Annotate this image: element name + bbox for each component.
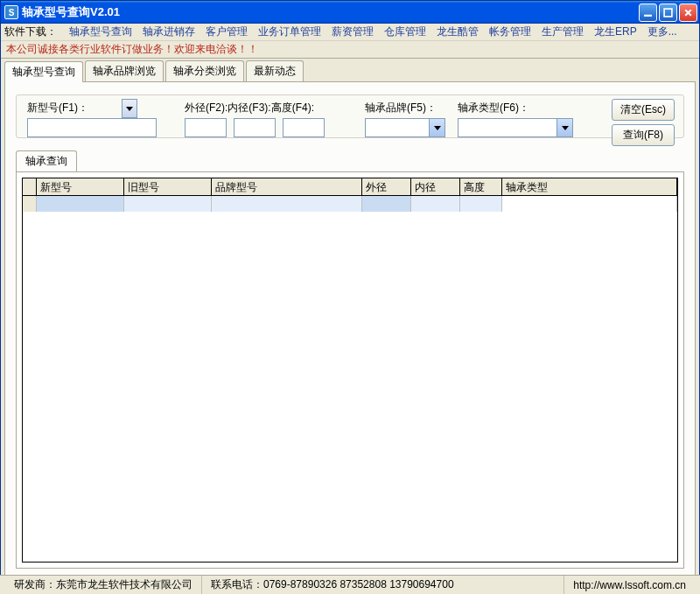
col-outer[interactable]: 外径 <box>362 178 411 196</box>
tab-brand-browse[interactable]: 轴承品牌浏览 <box>85 60 164 81</box>
menu-item-salary[interactable]: 薪资管理 <box>326 23 379 41</box>
cell <box>411 196 460 212</box>
app-icon: S <box>4 5 18 19</box>
grid-corner <box>23 178 37 196</box>
announcement-bar: 本公司诚接各类行业软件订做业务！欢迎来电洽谈！！ <box>1 41 699 59</box>
tab-news[interactable]: 最新动态 <box>246 60 304 81</box>
menu-item-inventory[interactable]: 轴承进销存 <box>137 23 200 41</box>
menu-item-customer[interactable]: 客户管理 <box>200 23 253 41</box>
menu-item-order[interactable]: 业务订单管理 <box>253 23 326 41</box>
search-panel: 新型号(F1)： 外径(F2):内径(F3):高度(F4): 轴承品牌(F5)：… <box>16 94 684 138</box>
inner-tab-query[interactable]: 轴承查询 <box>16 150 77 171</box>
tab-category-browse[interactable]: 轴承分类浏览 <box>165 60 244 81</box>
menu-item-accounts[interactable]: 帐务管理 <box>484 23 536 41</box>
col-new-model[interactable]: 新型号 <box>37 178 124 196</box>
statusbar: 研发商：东莞市龙生软件技术有限公司 联系电话：0769-87890326 873… <box>0 575 700 594</box>
main-tabs: 轴承型号查询 轴承品牌浏览 轴承分类浏览 最新动态 <box>4 60 696 81</box>
row-selector[interactable] <box>23 196 37 212</box>
minimize-button[interactable] <box>639 3 657 22</box>
titlebar: S 轴承型号查询V2.01 <box>1 1 699 24</box>
menu-item-more[interactable]: 更多... <box>642 23 682 41</box>
f234-label: 外径(F2):内径(F3):高度(F4): <box>185 101 314 115</box>
f3-input[interactable] <box>234 118 276 137</box>
query-button[interactable]: 查询(F8) <box>612 124 675 146</box>
window-title: 轴承型号查询V2.01 <box>22 4 639 20</box>
f2-input[interactable] <box>185 118 227 137</box>
f4-input[interactable] <box>283 118 325 137</box>
svg-rect-1 <box>664 9 672 17</box>
svg-rect-0 <box>644 14 652 16</box>
col-brand-model[interactable]: 品牌型号 <box>212 178 362 196</box>
tab-model-query[interactable]: 轴承型号查询 <box>4 61 83 82</box>
status-url[interactable]: http://www.lssoft.com.cn <box>573 579 686 591</box>
cell <box>37 196 124 212</box>
menu-item-cooler[interactable]: 龙生酷管 <box>431 23 484 41</box>
cell <box>502 196 677 212</box>
cell <box>460 196 502 212</box>
results-grid[interactable]: 新型号 旧型号 品牌型号 外径 内径 高度 轴承类型 <box>22 178 678 563</box>
chevron-down-icon <box>126 107 133 111</box>
menu-item-model-query[interactable]: 轴承型号查询 <box>64 23 137 41</box>
maximize-button[interactable] <box>659 3 677 22</box>
tab-content: 新型号(F1)： 外径(F2):内径(F3):高度(F4): 轴承品牌(F5)：… <box>4 81 696 578</box>
close-button[interactable] <box>679 3 697 22</box>
col-type[interactable]: 轴承类型 <box>502 178 677 196</box>
f6-select[interactable] <box>458 118 573 137</box>
f1-dropdown-button[interactable] <box>122 99 137 118</box>
menu-item-erp[interactable]: 龙生ERP <box>589 23 642 41</box>
menu-item-warehouse[interactable]: 仓库管理 <box>379 23 431 41</box>
f1-label: 新型号(F1)： <box>27 101 88 115</box>
status-dev: 研发商：东莞市龙生软件技术有限公司 <box>5 576 202 594</box>
col-inner[interactable]: 内径 <box>411 178 460 196</box>
f6-label: 轴承类型(F6)： <box>458 101 529 115</box>
chevron-down-icon <box>562 126 569 130</box>
col-old-model[interactable]: 旧型号 <box>124 178 212 196</box>
menubar-label: 软件下载： <box>4 24 57 39</box>
cell <box>124 196 212 212</box>
f1-input[interactable] <box>27 118 157 137</box>
clear-button[interactable]: 清空(Esc) <box>612 99 675 121</box>
menubar: 软件下载： 轴承型号查询 轴承进销存 客户管理 业务订单管理 薪资管理 仓库管理… <box>1 24 699 41</box>
cell <box>212 196 362 212</box>
grid-row[interactable] <box>23 196 677 212</box>
status-contact: 联系电话：0769-87890326 87352808 13790694700 <box>202 576 564 594</box>
grid-header: 新型号 旧型号 品牌型号 外径 内径 高度 轴承类型 <box>23 178 677 196</box>
f5-select[interactable] <box>365 118 445 137</box>
results-panel: 新型号 旧型号 品牌型号 外径 内径 高度 轴承类型 <box>16 171 684 569</box>
chevron-down-icon <box>434 126 441 130</box>
f5-label: 轴承品牌(F5)： <box>365 101 437 115</box>
menu-item-production[interactable]: 生产管理 <box>536 23 589 41</box>
col-height[interactable]: 高度 <box>460 178 502 196</box>
cell <box>362 196 411 212</box>
